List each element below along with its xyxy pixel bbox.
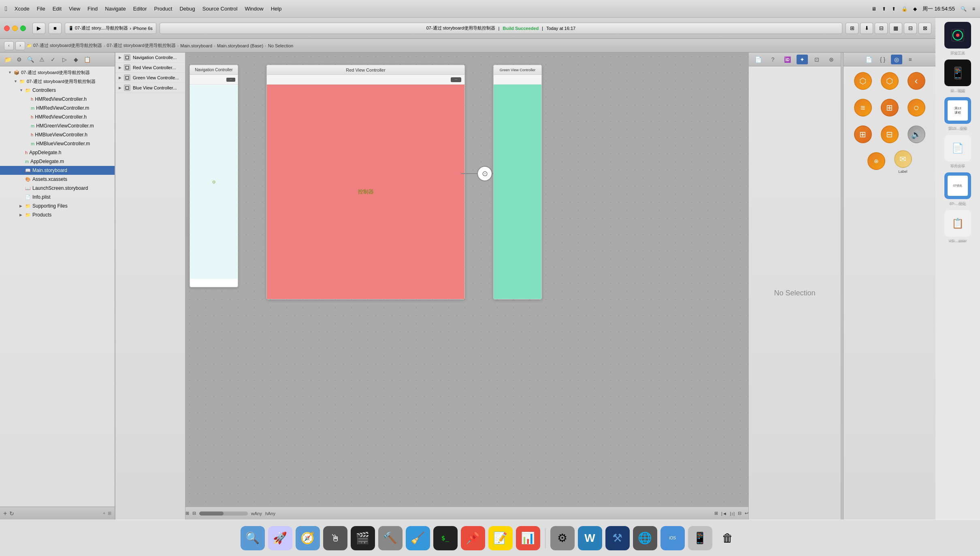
dock-mouse[interactable]: 🖱 xyxy=(323,526,347,550)
desktop-icon-share[interactable]: 📄 车丹分享 xyxy=(944,135,971,168)
menu-help[interactable]: Help xyxy=(271,6,282,12)
menu-icon-wifi[interactable]: ◆ xyxy=(913,6,917,12)
lib-item-extra1[interactable]: ⊞ xyxy=(851,123,875,147)
sidebar-add-btn[interactable]: + xyxy=(3,510,7,517)
tree-controllers-group[interactable]: 📁 Controllers xyxy=(0,86,115,95)
sidebar-report-icon[interactable]: 📋 xyxy=(83,55,92,64)
breadcrumb-project[interactable]: 07-通过 storyboard使用导航控制器 xyxy=(33,42,102,49)
editor-mode-standard[interactable]: ▦ xyxy=(889,23,902,34)
nav-scene-item[interactable]: ▶ 🔲 Navigation Controlle... xyxy=(115,53,185,63)
dock-launchpad[interactable]: 🚀 xyxy=(268,526,292,550)
desktop-icon-opt[interactable]: 07优化 07-…优化 xyxy=(944,172,971,206)
menu-icon-lock[interactable]: 🔒 xyxy=(901,6,908,12)
sidebar-search-icon[interactable]: 🔍 xyxy=(26,55,35,64)
tree-launchscreen[interactable]: 📖 LaunchScreen.storyboard xyxy=(0,184,115,193)
lib-item-back[interactable]: ‹ xyxy=(904,70,929,94)
dock-safari[interactable]: 🧭 xyxy=(296,526,320,550)
tree-appdelegate-h[interactable]: h AppDelegate.h xyxy=(0,148,115,157)
dock-xcode[interactable]: ⚒ xyxy=(605,526,630,550)
sidebar-warning-icon[interactable]: ⚠ xyxy=(37,55,46,64)
tree-main-storyboard[interactable]: 📖 Main.storyboard xyxy=(0,166,115,175)
dock-notes[interactable]: 📝 xyxy=(488,526,513,550)
menu-product[interactable]: Product xyxy=(154,6,173,12)
menu-editor[interactable]: Editor xyxy=(133,6,147,12)
tree-hmgreen-m[interactable]: m HMGreenViewController.m xyxy=(0,121,115,130)
tree-hmgreen-h[interactable]: h HMRedViewController.h xyxy=(0,112,115,121)
dock-cleaner[interactable]: 🧹 xyxy=(406,526,430,550)
menu-find[interactable]: Find xyxy=(87,6,98,12)
nav-scene-item[interactable]: ▶ 🔲 Red View Controller... xyxy=(115,63,185,73)
sidebar-bp-icon[interactable]: ◆ xyxy=(71,55,80,64)
nav-forward-button[interactable]: › xyxy=(15,41,25,50)
inspector-quick-help-tab[interactable]: ? xyxy=(767,55,779,64)
breadcrumb-group[interactable]: 07-通过 storyboard使用导航控制器 xyxy=(107,42,176,49)
vc-red-content[interactable]: 控制器 xyxy=(267,85,464,299)
tree-hmblue-m[interactable]: m HMBlueViewController.m xyxy=(0,139,115,148)
inspector-size-tab[interactable]: ⊡ xyxy=(811,55,822,64)
inspector-file-tab[interactable]: 📄 xyxy=(753,55,764,64)
nav-scene-item[interactable]: ▶ 🔲 Green View Controlle... xyxy=(115,73,185,83)
lib-list-tab[interactable]: ≡ xyxy=(905,55,916,64)
navigator-toggle[interactable]: ⊞ xyxy=(846,23,859,34)
menu-source-control[interactable]: Source Control xyxy=(202,6,238,12)
editor-mode-version[interactable]: ⊠ xyxy=(918,23,931,34)
menu-view[interactable]: View xyxy=(69,6,80,12)
sidebar-debug-icon[interactable]: ▷ xyxy=(60,55,69,64)
editor-mode-assistant[interactable]: ⊟ xyxy=(904,23,917,34)
canvas-scrollbar-h[interactable] xyxy=(199,511,248,516)
menu-window[interactable]: Window xyxy=(245,6,263,12)
dock-trash[interactable]: 🗑 xyxy=(716,526,740,550)
sidebar-scm-icon[interactable]: ⚙ xyxy=(15,55,23,64)
tree-root-project[interactable]: 📦 07-通过 storyboard使用导航控制器 xyxy=(0,68,115,77)
menu-icon-upload1[interactable]: ⬆ xyxy=(882,6,886,12)
lib-braces-tab[interactable]: { } xyxy=(877,55,888,64)
lib-file-tab[interactable]: 📄 xyxy=(863,55,875,64)
tree-main-group[interactable]: 📁 07-通过 storyboard使用导航控制器 xyxy=(0,77,115,86)
storyboard-canvas[interactable]: Navigation Controller ··· ⊙ Red View Con… xyxy=(185,53,748,507)
tree-hmblue-h[interactable]: h HMBlueViewController.h xyxy=(0,130,115,139)
sidebar-refresh-btn[interactable]: ↻ xyxy=(9,510,14,517)
breadcrumb-storyboard[interactable]: Main.storyboard xyxy=(180,43,212,48)
apple-menu[interactable]:  xyxy=(5,5,7,13)
sidebar-folder-icon[interactable]: 📁 xyxy=(3,55,12,64)
menu-list-icon[interactable]: ≡ xyxy=(972,6,975,12)
dock-browser[interactable]: 🌐 xyxy=(633,526,657,550)
debug-toggle[interactable]: ⬇ xyxy=(860,23,873,34)
menu-debug[interactable]: Debug xyxy=(179,6,195,12)
desktop-icon-video[interactable]: 📱 未…视频 xyxy=(944,59,971,93)
dock-video[interactable]: 🎬 xyxy=(351,526,375,550)
inspector-toggle[interactable]: ⊟ xyxy=(875,23,888,34)
breadcrumb-1[interactable]: 📁 xyxy=(27,43,32,48)
inspector-identity-tab[interactable]: 🆔 xyxy=(782,55,793,64)
lib-item-list[interactable]: ≡ xyxy=(851,96,875,121)
tree-products[interactable]: 📁 Products xyxy=(0,210,115,219)
red-view-controller[interactable]: Red View Controller ··· 控制器 xyxy=(266,65,465,299)
tree-supporting-files[interactable]: 📁 Supporting Files xyxy=(0,202,115,210)
lib-item-label4[interactable]: ⊕ xyxy=(864,150,888,174)
nav-scene-item[interactable]: ▶ 🔲 Blue View Controller... xyxy=(115,83,185,93)
lib-target-tab[interactable]: ◎ xyxy=(891,55,902,64)
lib-item-label3[interactable]: 🔊 xyxy=(904,123,929,147)
close-button[interactable] xyxy=(4,25,10,31)
segue-circle[interactable]: ⊙ xyxy=(477,166,492,181)
green-view-controller[interactable]: Green View Controller xyxy=(493,65,542,299)
menu-edit[interactable]: Edit xyxy=(53,6,62,12)
tree-hmred-h[interactable]: h HMRedViewController.h xyxy=(0,95,115,104)
maximize-button[interactable] xyxy=(20,25,26,31)
dock-ios2[interactable]: 📱 xyxy=(688,526,712,550)
dock-sysprefs[interactable]: ⚙ xyxy=(550,526,575,550)
menu-file[interactable]: File xyxy=(37,6,45,12)
menu-xcode[interactable]: Xcode xyxy=(15,6,30,12)
dock-pinpoint[interactable]: 📌 xyxy=(461,526,485,550)
scheme-selector[interactable]: 📱 07-通过 story....导航控制器 › iPhone 6s xyxy=(65,23,156,34)
dock-presentation[interactable]: 📊 xyxy=(516,526,540,550)
desktop-icon-ch13[interactable]: 第13课程 第13…业推 xyxy=(944,97,971,131)
tree-infoplist[interactable]: 📄 Info.plist xyxy=(0,193,115,202)
inspector-attributes-tab[interactable]: ✦ xyxy=(797,55,808,64)
tree-appdelegate-m[interactable]: m AppDelegate.m xyxy=(0,157,115,166)
menu-icon-screen[interactable]: 🖥 xyxy=(871,6,876,12)
tree-hmred-m[interactable]: m HMRedViewController.m xyxy=(0,104,115,112)
menu-search-icon[interactable]: 🔍 xyxy=(961,6,967,12)
menu-icon-upload2[interactable]: ⬆ xyxy=(892,6,896,12)
menu-navigate[interactable]: Navigate xyxy=(105,6,126,12)
